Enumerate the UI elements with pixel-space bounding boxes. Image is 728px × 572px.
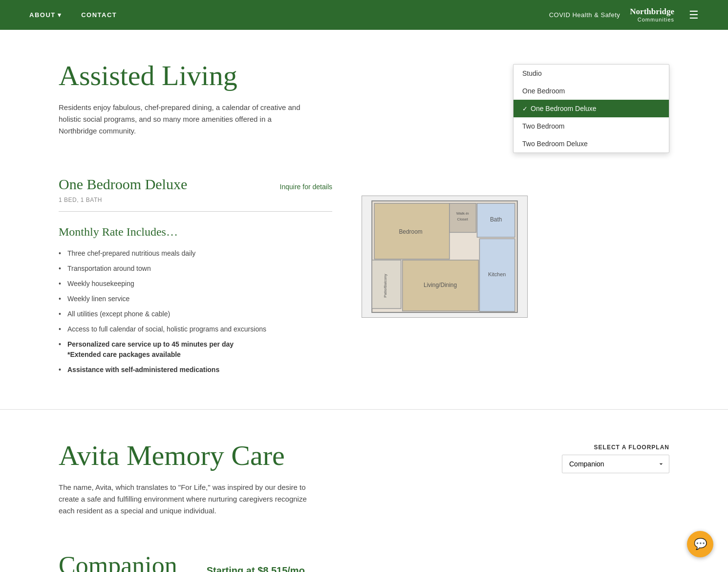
svg-text:Closet: Closet [457, 217, 468, 221]
companion-section: Companion Starting at $8,515/mo 1 BED, 1… [0, 551, 728, 572]
amenities-list: Three chef-prepared nutritious meals dai… [59, 248, 332, 375]
select-floorplan-container: SELECT A FLOORPLAN Companion Studio One … [552, 444, 669, 473]
dropdown-option-label: Two Bedroom Deluxe [522, 140, 588, 148]
dropdown-option-one-bedroom[interactable]: One Bedroom [514, 82, 669, 100]
amenity-item: Three chef-prepared nutritious meals dai… [59, 248, 332, 259]
dropdown-option-label: Two Bedroom [522, 122, 564, 130]
navigation: ABOUT ▾ CONTACT COVID Health & Safety No… [0, 0, 728, 30]
hamburger-icon[interactable]: ☰ [689, 9, 699, 22]
nav-left: ABOUT ▾ CONTACT [29, 11, 117, 19]
companion-price: Starting at $8,515/mo [207, 565, 305, 572]
page-description: Residents enjoy fabulous, chef-prepared … [59, 102, 303, 137]
dropdown-menu: Studio One Bedroom ✓ One Bedroom Deluxe … [513, 64, 669, 153]
inquire-link[interactable]: Inquire for details [280, 183, 332, 191]
amenity-item: Access to full calendar of social, holis… [59, 324, 332, 334]
amenity-item: Weekly linen service [59, 294, 332, 304]
chat-button[interactable]: 💬 [687, 531, 713, 557]
room-type-dropdown[interactable]: Studio One Bedroom ✓ One Bedroom Deluxe … [513, 64, 669, 153]
chevron-down-icon: ▾ [58, 11, 62, 19]
monthly-rate-title: Monthly Rate Includes… [59, 225, 332, 239]
dropdown-option-one-bedroom-deluxe[interactable]: ✓ One Bedroom Deluxe [514, 100, 669, 117]
svg-text:Kitchen: Kitchen [488, 271, 506, 277]
amenity-item: Weekly housekeeping [59, 279, 332, 289]
dropdown-option-label: Studio [522, 69, 542, 77]
dropdown-option-label: One Bedroom Deluxe [531, 105, 597, 112]
floorplan-select[interactable]: Companion Studio One Bedroom [562, 455, 669, 473]
amenity-item-personalized: Personalized care service up to 45 minut… [59, 339, 332, 360]
amenity-item: All utilities (except phone & cable) [59, 309, 332, 319]
unit-left: One Bedroom Deluxe Inquire for details 1… [59, 176, 332, 380]
unit-right: Bedroom Walk-in Closet Bath Patio/Balcon… [362, 176, 537, 320]
contact-nav-link[interactable]: CONTACT [81, 11, 117, 19]
amenity-sub-text: *Extended care packages available [67, 350, 332, 360]
main-content: Assisted Living Residents enjoy fabulous… [0, 30, 728, 572]
select-label: SELECT A FLOORPLAN [552, 444, 669, 451]
avita-section: Avita Memory Care The name, Avita, which… [0, 410, 728, 551]
dropdown-option-two-bedroom-deluxe[interactable]: Two Bedroom Deluxe [514, 135, 669, 153]
amenity-item-medications: Assistance with self-administered medica… [59, 365, 332, 375]
svg-text:Patio/Balcony: Patio/Balcony [383, 274, 387, 297]
dropdown-option-studio[interactable]: Studio [514, 65, 669, 82]
about-label: ABOUT [29, 11, 56, 19]
dropdown-option-label: One Bedroom [522, 87, 565, 95]
svg-text:Living/Dining: Living/Dining [424, 282, 457, 288]
chat-icon: 💬 [694, 538, 707, 550]
companion-header: Companion Starting at $8,515/mo [59, 551, 669, 572]
floorplan-svg: Bedroom Walk-in Closet Bath Patio/Balcon… [362, 196, 528, 318]
logo-text: Northbridge Communities [630, 7, 674, 22]
contact-label: CONTACT [81, 11, 117, 19]
unit-section: One Bedroom Deluxe Inquire for details 1… [0, 176, 728, 409]
svg-text:Walk-in: Walk-in [456, 211, 469, 216]
covid-link[interactable]: COVID Health & Safety [549, 11, 621, 19]
dropdown-option-two-bedroom[interactable]: Two Bedroom [514, 117, 669, 135]
logo: Northbridge Communities [630, 7, 674, 22]
nav-right: COVID Health & Safety Northbridge Commun… [549, 7, 699, 22]
amenity-item: Transportation around town [59, 264, 332, 274]
svg-text:Bedroom: Bedroom [399, 228, 422, 235]
svg-text:Bath: Bath [490, 216, 502, 223]
unit-sub: 1 BED, 1 BATH [59, 197, 332, 203]
unit-divider [59, 211, 332, 212]
companion-title: Companion [59, 551, 177, 572]
checkmark-icon: ✓ [522, 105, 528, 112]
floorplan-container: Bedroom Walk-in Closet Bath Patio/Balcon… [362, 196, 537, 320]
assisted-living-section: Assisted Living Residents enjoy fabulous… [0, 30, 728, 176]
about-nav-link[interactable]: ABOUT ▾ [29, 11, 62, 19]
unit-header: One Bedroom Deluxe Inquire for details [59, 176, 332, 193]
unit-title: One Bedroom Deluxe [59, 176, 187, 193]
avita-description: The name, Avita, which translates to "Fo… [59, 482, 313, 517]
